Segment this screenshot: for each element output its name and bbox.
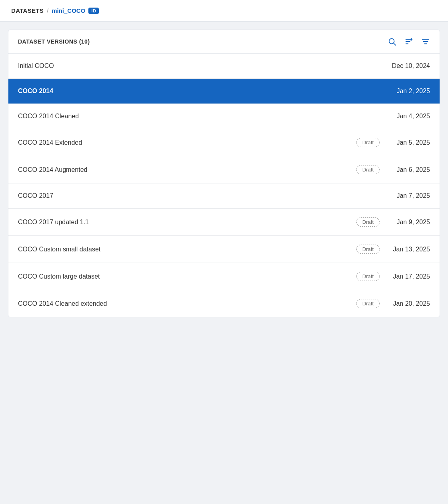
version-date: Jan 9, 2025 (386, 219, 430, 226)
version-date: Dec 10, 2024 (386, 62, 430, 70)
version-row[interactable]: COCO 2014 Cleaned extendedDraftJan 20, 2… (8, 290, 440, 317)
draft-badge: Draft (356, 138, 380, 147)
version-name: COCO Custom small dataset (18, 246, 100, 253)
version-name: Initial COCO (18, 62, 54, 70)
version-date: Jan 6, 2025 (386, 166, 430, 173)
version-date: Jan 17, 2025 (386, 273, 430, 280)
sort-icon[interactable] (404, 37, 413, 46)
version-name: COCO 2014 Cleaned (18, 113, 79, 120)
svg-line-1 (394, 43, 396, 45)
version-name: COCO 2014 Extended (18, 139, 82, 146)
breadcrumb-dataset-name[interactable]: mini_COCO (52, 7, 85, 14)
version-right: DraftJan 17, 2025 (356, 272, 430, 281)
version-name: COCO 2014 Augmented (18, 166, 87, 173)
breadcrumb-separator: / (47, 7, 48, 14)
version-row[interactable]: COCO 2014 ExtendedDraftJan 5, 2025 (8, 129, 440, 156)
draft-badge: Draft (356, 165, 380, 174)
version-right: DraftJan 6, 2025 (356, 165, 430, 174)
version-row[interactable]: Initial COCODec 10, 2024 (8, 54, 440, 79)
version-date: Jan 2, 2025 (386, 88, 430, 95)
version-name: COCO 2014 Cleaned extended (18, 300, 107, 307)
version-right: Jan 7, 2025 (386, 192, 430, 199)
version-name: COCO 2017 updated 1.1 (18, 219, 89, 226)
version-name: COCO 2017 (18, 192, 53, 199)
panel-actions (388, 37, 430, 46)
version-row[interactable]: COCO 2017 updated 1.1DraftJan 9, 2025 (8, 209, 440, 236)
draft-badge: Draft (356, 217, 380, 227)
breadcrumb: DATASETS / mini_COCO ID (0, 0, 448, 22)
panel-title: DATASET VERSIONS (10) (18, 38, 90, 45)
version-name: COCO Custom large dataset (18, 273, 100, 280)
version-right: Jan 2, 2025 (386, 88, 430, 95)
version-date: Jan 13, 2025 (386, 246, 430, 253)
version-row[interactable]: COCO 2014 CleanedJan 4, 2025 (8, 104, 440, 129)
version-right: DraftJan 5, 2025 (356, 138, 430, 147)
versions-panel: DATASET VERSIONS (10) (8, 30, 440, 317)
draft-badge: Draft (356, 272, 380, 281)
version-right: DraftJan 20, 2025 (356, 299, 430, 308)
search-icon[interactable] (388, 37, 396, 46)
panel-header: DATASET VERSIONS (10) (8, 30, 440, 54)
draft-badge: Draft (356, 299, 380, 308)
filter-icon[interactable] (421, 37, 430, 46)
version-right: DraftJan 13, 2025 (356, 245, 430, 254)
draft-badge: Draft (356, 245, 380, 254)
version-name: COCO 2014 (18, 88, 53, 95)
id-badge: ID (88, 8, 99, 14)
version-date: Jan 5, 2025 (386, 139, 430, 146)
version-row[interactable]: COCO 2014Jan 2, 2025 (8, 79, 440, 104)
version-date: Jan 20, 2025 (386, 300, 430, 307)
breadcrumb-datasets-label: DATASETS (11, 7, 44, 14)
version-right: DraftJan 9, 2025 (356, 217, 430, 227)
version-row[interactable]: COCO Custom small datasetDraftJan 13, 20… (8, 236, 440, 263)
version-date: Jan 7, 2025 (386, 192, 430, 199)
version-row[interactable]: COCO Custom large datasetDraftJan 17, 20… (8, 263, 440, 290)
version-row[interactable]: COCO 2014 AugmentedDraftJan 6, 2025 (8, 156, 440, 183)
versions-list: Initial COCODec 10, 2024COCO 2014Jan 2, … (8, 54, 440, 317)
version-right: Jan 4, 2025 (386, 113, 430, 120)
version-date: Jan 4, 2025 (386, 113, 430, 120)
version-row[interactable]: COCO 2017Jan 7, 2025 (8, 183, 440, 209)
version-right: Dec 10, 2024 (386, 62, 430, 70)
